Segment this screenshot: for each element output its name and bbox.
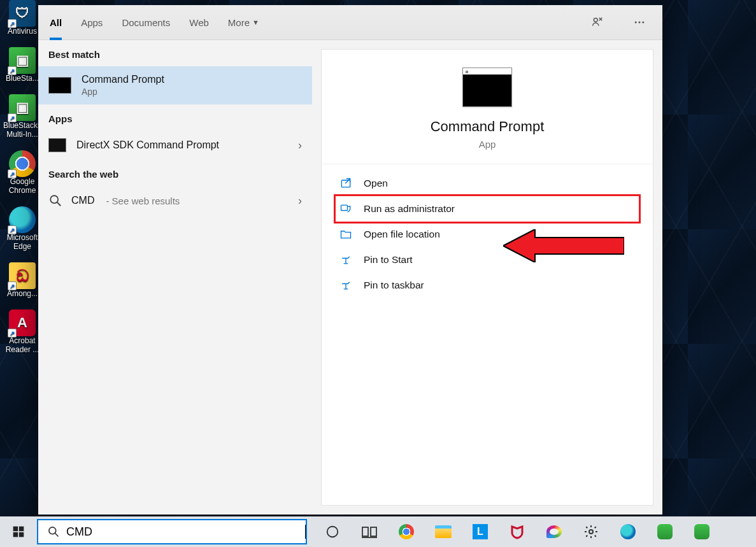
desktop-icon-bluestacks[interactable]: ▣↗ BlueSta... xyxy=(4,47,41,83)
feedback-icon[interactable] xyxy=(586,11,609,34)
tab-label: Apps xyxy=(81,17,103,28)
start-search-panel: All Apps Documents Web More▼ Best match … xyxy=(38,5,662,515)
desktop-icon-antivirus[interactable]: 🛡↗ Antivirus xyxy=(4,0,41,36)
desktop-icon-label: Acrobat Reader ... xyxy=(4,336,41,354)
svg-line-5 xyxy=(57,202,61,206)
action-open[interactable]: Open xyxy=(336,171,639,196)
action-label: Pin to Start xyxy=(364,254,413,266)
action-pin-to-start[interactable]: Pin to Start xyxy=(336,247,639,273)
search-icon xyxy=(47,525,60,538)
cmd-icon xyxy=(48,138,66,152)
open-icon xyxy=(339,177,352,190)
chevron-down-icon: ▼ xyxy=(252,18,259,26)
action-run-as-administrator[interactable]: Run as administrator xyxy=(336,196,639,222)
shortcut-badge-icon: ↗ xyxy=(8,329,17,337)
action-pin-to-taskbar[interactable]: Pin to taskbar xyxy=(336,273,639,298)
start-button[interactable] xyxy=(0,516,37,547)
search-filter-tabs: All Apps Documents Web More▼ xyxy=(38,5,662,40)
action-label: Pin to taskbar xyxy=(364,280,424,291)
shortcut-badge-icon: ↗ xyxy=(8,66,17,75)
action-label: Run as administrator xyxy=(364,203,455,215)
app-preview-icon xyxy=(462,67,512,107)
svg-rect-7 xyxy=(341,205,348,210)
folder-location-icon xyxy=(339,228,352,241)
taskbar-settings-icon[interactable] xyxy=(582,523,600,541)
taskbar-bluestacks-icon[interactable] xyxy=(656,523,674,541)
more-options-icon[interactable] xyxy=(628,11,651,34)
taskbar-edge-icon[interactable] xyxy=(619,523,637,541)
pin-icon xyxy=(339,253,352,266)
taskbar-explorer-icon[interactable] xyxy=(434,523,452,541)
result-directx-sdk-cmd[interactable]: DirectX SDK Command Prompt › xyxy=(38,131,312,160)
desktop-icon-label: Antivirus xyxy=(8,27,37,36)
svg-rect-11 xyxy=(13,532,18,537)
result-command-prompt[interactable]: Command Prompt App xyxy=(38,66,312,104)
chevron-right-icon: › xyxy=(298,194,302,208)
preview-actions: Open Run as administrator Open file loca… xyxy=(322,164,653,304)
desktop-icon-edge[interactable]: ↗ Microsoft Edge xyxy=(4,206,41,251)
web-result-title: CMD xyxy=(71,195,94,206)
svg-rect-17 xyxy=(371,527,376,536)
svg-rect-10 xyxy=(19,527,24,532)
svg-point-13 xyxy=(49,527,56,534)
svg-line-14 xyxy=(55,534,59,537)
shortcut-badge-icon: ↗ xyxy=(8,19,17,28)
taskbar: L xyxy=(0,516,756,547)
taskbar-app-l-icon[interactable]: L xyxy=(471,523,489,541)
chevron-right-icon: › xyxy=(298,139,302,152)
section-header-apps: Apps xyxy=(38,104,312,131)
tab-more[interactable]: More▼ xyxy=(228,5,259,39)
taskbar-paint-icon[interactable] xyxy=(545,523,563,541)
desktop-icon-chrome[interactable]: ↗ Google Chrome xyxy=(4,150,41,195)
result-title: DirectX SDK Command Prompt xyxy=(76,139,219,151)
result-web-cmd[interactable]: CMD - See web results › xyxy=(38,186,312,215)
cmd-icon xyxy=(48,77,71,94)
text-cursor xyxy=(305,525,306,539)
tab-label: Documents xyxy=(122,17,170,28)
desktop-icon-label: Microsoft Edge xyxy=(4,233,41,251)
preview-card: Command Prompt App Open Run as administr… xyxy=(321,49,653,506)
taskbar-cortana-icon[interactable] xyxy=(324,523,341,541)
result-subtitle: App xyxy=(82,87,164,97)
windows-logo-icon xyxy=(12,525,25,538)
tab-label: Web xyxy=(189,17,209,28)
action-open-file-location[interactable]: Open file location xyxy=(336,222,639,247)
svg-rect-9 xyxy=(13,527,18,532)
shortcut-badge-icon: ↗ xyxy=(8,113,17,122)
svg-point-4 xyxy=(50,195,58,203)
shield-admin-icon xyxy=(339,202,352,215)
desktop-icon-bluestacks-multi[interactable]: ▣↗ BlueStacks Multi-In... xyxy=(4,94,41,139)
search-results-list: Best match Command Prompt App Apps Direc… xyxy=(38,40,312,515)
desktop-icon-label: BlueSta... xyxy=(6,74,39,83)
search-input[interactable] xyxy=(66,525,306,539)
svg-rect-16 xyxy=(362,527,368,536)
svg-point-1 xyxy=(635,22,637,24)
tab-all[interactable]: All xyxy=(50,5,62,39)
action-label: Open xyxy=(364,178,388,189)
shortcut-badge-icon: ↗ xyxy=(8,281,17,290)
taskbar-bluestacks2-icon[interactable] xyxy=(693,523,711,541)
tab-apps[interactable]: Apps xyxy=(81,5,103,39)
taskbar-task-view-icon[interactable] xyxy=(360,523,378,541)
tab-label: More xyxy=(228,17,250,28)
action-label: Open file location xyxy=(364,229,440,240)
svg-rect-12 xyxy=(19,532,24,537)
tab-documents[interactable]: Documents xyxy=(122,5,170,39)
svg-point-15 xyxy=(327,527,338,537)
taskbar-search-box[interactable] xyxy=(37,519,307,544)
tab-label: All xyxy=(50,17,62,28)
tab-web[interactable]: Web xyxy=(189,5,209,39)
preview-title: Command Prompt xyxy=(431,118,545,135)
shortcut-badge-icon: ↗ xyxy=(8,169,17,178)
shortcut-badge-icon: ↗ xyxy=(8,225,17,234)
desktop-icon-acrobat[interactable]: A↗ Acrobat Reader ... xyxy=(4,309,41,354)
desktop-icon-amongus[interactable]: ඞ↗ Among... xyxy=(4,262,41,298)
taskbar-chrome-icon[interactable] xyxy=(397,523,415,541)
svg-point-2 xyxy=(639,22,641,24)
result-title: Command Prompt xyxy=(82,74,164,85)
taskbar-mcafee-icon[interactable] xyxy=(508,523,526,541)
web-result-subtitle: - See web results xyxy=(106,195,180,206)
desktop-icons-column: 🛡↗ Antivirus ▣↗ BlueSta... ▣↗ BlueStacks… xyxy=(4,0,41,354)
svg-rect-6 xyxy=(341,180,350,187)
section-header-web: Search the web xyxy=(38,160,312,186)
